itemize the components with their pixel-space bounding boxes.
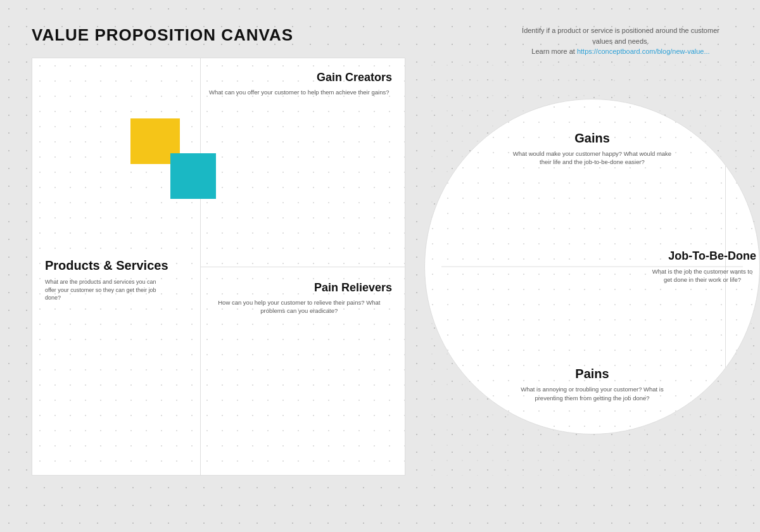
pains-section: Pains What is annoying or troubling your… <box>510 367 674 402</box>
gain-creators-title: Gain Creators <box>206 71 392 84</box>
pains-title: Pains <box>510 367 674 381</box>
gains-section: Gains What would make your customer happ… <box>510 131 674 167</box>
top-description: Identify if a product or service is posi… <box>513 25 728 57</box>
gain-creators-section: Gain Creators What can you offer your cu… <box>200 58 405 258</box>
gains-title: Gains <box>510 131 674 146</box>
jtbd-section: Job-To-Be-Done What is the job the custo… <box>649 250 756 284</box>
products-services-section: Products & Services What are the product… <box>32 246 203 475</box>
pains-desc: What is annoying or troubling your custo… <box>510 385 674 402</box>
jtbd-desc: What is the job the customer wants to ge… <box>649 267 756 284</box>
gains-desc: What would make your customer happy? Wha… <box>510 149 674 167</box>
page-container: VALUE PROPOSITION CANVAS Identify if a p… <box>0 0 760 532</box>
customer-profile: Gains What would make your customer happ… <box>424 58 760 476</box>
circle-background: Gains What would make your customer happ… <box>424 99 760 434</box>
pain-relievers-title: Pain Relievers <box>206 281 392 294</box>
value-map: Gain Creators What can you offer your cu… <box>32 58 405 476</box>
description-link[interactable]: https://conceptboard.com/blog/new-value.… <box>577 48 710 55</box>
pain-relievers-section: Pain Relievers How can you help your cus… <box>200 275 405 475</box>
gain-creators-desc: What can you offer your customer to help… <box>206 88 392 96</box>
products-services-title: Products & Services <box>45 258 191 273</box>
value-map-horizontal-divider <box>200 267 405 267</box>
canvas-area: Gain Creators What can you offer your cu… <box>32 58 728 476</box>
description-text-2: Learn more at <box>531 48 574 55</box>
jtbd-title: Job-To-Be-Done <box>649 250 756 263</box>
description-text-1: Identify if a product or service is posi… <box>522 27 719 45</box>
products-services-desc: What are the products and services you c… <box>45 278 159 302</box>
pain-relievers-desc: How can you help your customer to reliev… <box>206 298 392 315</box>
